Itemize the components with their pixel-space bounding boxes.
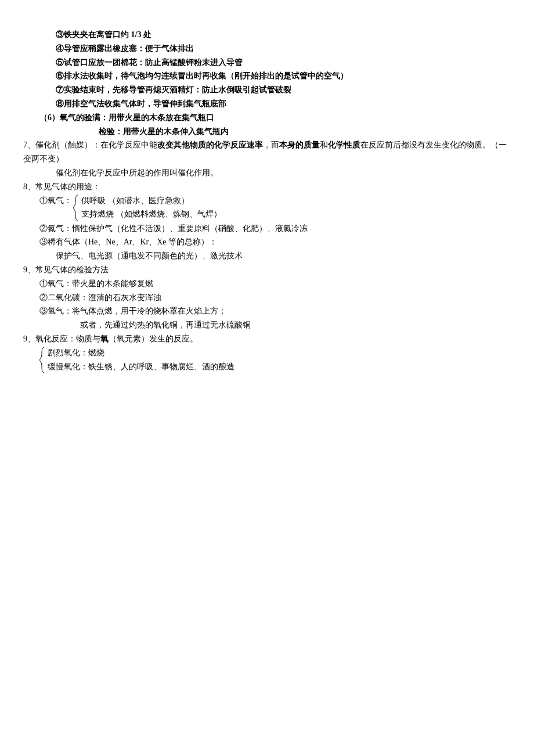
step-6: ⑥排水法收集时，待气泡均匀连续冒出时再收集（刚开始排出的是试管中的空气） bbox=[56, 69, 511, 83]
step-4: ④导管应稍露出橡皮塞：便于气体排出 bbox=[56, 42, 511, 56]
noble-gases: ③稀有气体（He、Ne、Ar、Kr、Xe 等的总称）： bbox=[39, 235, 511, 249]
bold-segment: 本身的质量 bbox=[279, 141, 320, 149]
section-6-full: （6）氧气的验满：用带火星的木条放在集气瓶口 bbox=[39, 111, 511, 125]
step-3: ③铁夹夹在离管口约 1/3 处 bbox=[56, 28, 511, 42]
item-9-oxidation: 9、氧化反应：物质与氧（氧元素）发生的反应。 bbox=[23, 332, 511, 346]
oxygen-uses-group: ①氧气： 供呼吸 （如潜水、医疗急救） 支持燃烧 （如燃料燃烧、炼钢、气焊） bbox=[39, 194, 511, 222]
oxygen-use-1: 供呼吸 （如潜水、医疗急救） bbox=[81, 194, 222, 208]
oxygen-prefix: ①氧气： bbox=[39, 194, 72, 208]
text-segment: 7、催化剂（触媒）：在化学反应中能 bbox=[23, 141, 157, 149]
co2-test: ②二氧化碳：澄清的石灰水变浑浊 bbox=[39, 291, 511, 305]
item-8-gas-uses: 8、常见气体的用途： bbox=[23, 180, 511, 194]
item-9-gas-tests: 9、常见气体的检验方法 bbox=[23, 263, 511, 277]
hydrogen-test-1: ③氢气：将气体点燃，用干冷的烧杯罩在火焰上方； bbox=[39, 304, 511, 318]
text-segment: ，而 bbox=[263, 141, 279, 149]
slow-oxidation: 缓慢氧化：铁生锈、人的呼吸、事物腐烂、酒的酿造 bbox=[48, 360, 234, 374]
text-segment: 9、氧化反应：物质与 bbox=[23, 334, 100, 343]
intense-oxidation: 剧烈氧化：燃烧 bbox=[48, 346, 234, 360]
text-segment: 和 bbox=[320, 141, 328, 149]
bold-segment: 氧 bbox=[100, 334, 109, 343]
step-8: ⑧用排空气法收集气体时，导管伸到集气瓶底部 bbox=[56, 97, 511, 111]
left-brace-icon bbox=[73, 194, 79, 222]
catalyst-effect: 催化剂在化学反应中所起的作用叫催化作用。 bbox=[56, 166, 511, 180]
step-5: ⑤试管口应放一团棉花：防止高锰酸钾粉末进入导管 bbox=[56, 56, 511, 70]
bold-segment: 改变其他物质的化学反应速率 bbox=[157, 141, 263, 149]
hydrogen-test-2: 或者，先通过灼热的氧化铜，再通过无水硫酸铜 bbox=[80, 318, 511, 332]
bold-segment: 化学性质 bbox=[328, 141, 360, 149]
oxidation-types-group: 剧烈氧化：燃烧 缓慢氧化：铁生锈、人的呼吸、事物腐烂、酒的酿造 bbox=[39, 346, 511, 374]
oxygen-test: ①氧气：带火星的木条能够复燃 bbox=[39, 277, 511, 291]
step-7: ⑦实验结束时，先移导管再熄灭酒精灯：防止水倒吸引起试管破裂 bbox=[56, 83, 511, 97]
nitrogen-uses: ②氮气：惰性保护气（化性不活泼）、重要原料（硝酸、化肥）、液氮冷冻 bbox=[39, 222, 511, 236]
text-segment: （氧元素）发生的反应。 bbox=[109, 334, 198, 343]
oxygen-use-2: 支持燃烧 （如燃料燃烧、炼钢、气焊） bbox=[81, 207, 222, 221]
noble-gases-uses: 保护气、电光源（通电发不同颜色的光）、激光技术 bbox=[56, 249, 511, 263]
left-brace-icon bbox=[39, 346, 45, 374]
item-7-catalyst: 7、催化剂（触媒）：在化学反应中能改变其他物质的化学反应速率，而本身的质量和化学… bbox=[23, 138, 511, 166]
section-6-check: 检验：用带火星的木条伸入集气瓶内 bbox=[99, 125, 511, 139]
